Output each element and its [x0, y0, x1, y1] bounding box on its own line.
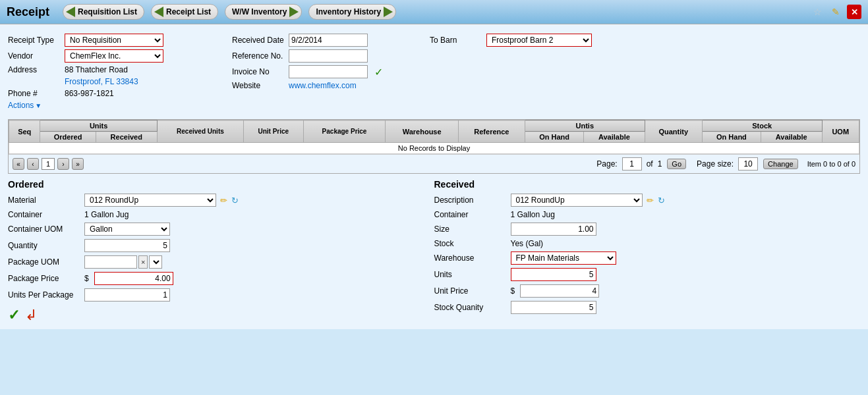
th-units-ordered: Ordered — [40, 132, 96, 143]
website-row: Website www.chemflex.com — [232, 81, 417, 90]
ordered-quantity-label: Quantity — [8, 241, 80, 250]
ww-inventory-label: W/W Inventory — [232, 7, 287, 16]
item-count: Item 0 to 0 of 0 — [807, 160, 855, 168]
ordered-units-per-package-input[interactable] — [84, 288, 170, 302]
arrow-left-icon2 — [154, 7, 163, 17]
ordered-container-value: 1 Gallon Jug — [84, 210, 129, 219]
page-label: Page: — [596, 159, 617, 169]
address-row2: Frostproof, FL 33843 — [8, 77, 219, 86]
page-prev-btn[interactable]: ‹ — [27, 158, 39, 170]
undo-icon[interactable]: ↲ — [25, 307, 37, 324]
vendor-row: Vendor ChemFlex Inc. — [8, 49, 219, 63]
table-section: Seq Units Received Units Unit Price Pack… — [8, 119, 860, 174]
th-stock-available: Available — [761, 132, 822, 143]
inventory-history-label: Inventory History — [316, 7, 381, 16]
go-btn[interactable]: Go — [667, 159, 686, 169]
package-price-dollar: $ — [84, 274, 89, 283]
package-uom-clear-btn[interactable]: × — [138, 255, 148, 269]
th-uom: UOM — [822, 120, 859, 143]
th-untis-available: Available — [584, 132, 645, 143]
received-container-label: Container — [434, 210, 507, 219]
received-stock-quantity-row: Stock Quanity — [434, 301, 848, 314]
received-size-input[interactable] — [511, 223, 596, 236]
pencil-icon-ordered[interactable]: ✏ — [220, 196, 227, 205]
th-untis-on-hand: On Hand — [525, 132, 583, 143]
receipt-list-label: Receipt List — [166, 7, 211, 16]
page-size-input[interactable] — [738, 157, 758, 171]
received-warehouse-row: Warehouse FP Main Materials — [434, 251, 848, 265]
receipt-list-btn[interactable]: Receipt List — [151, 4, 218, 20]
ordered-quantity-row: Quantity — [8, 239, 421, 252]
phone-value: 863-987-1821 — [65, 89, 114, 98]
refresh-icon-ordered[interactable]: ↻ — [231, 196, 239, 205]
page-input[interactable] — [622, 157, 642, 171]
received-panel: Received Description 012 RoundUp ✏ ↻ Con… — [434, 179, 861, 324]
th-unit-price: Unit Price — [244, 120, 304, 143]
header-bar: Receipt Requisition List Receipt List W/… — [0, 0, 868, 24]
received-unit-price-row: Unit Price $ — [434, 284, 848, 298]
to-barn-select[interactable]: Frostproof Barn 2 — [486, 34, 592, 47]
ordered-container-uom-label: Container UOM — [8, 224, 80, 234]
ordered-package-price-input[interactable] — [94, 272, 173, 285]
received-size-row: Size — [434, 223, 848, 236]
pencil-icon-received[interactable]: ✏ — [647, 196, 654, 205]
address-row: Address 88 Thatcher Road — [8, 65, 219, 74]
address-line1: 88 Thatcher Road — [65, 65, 128, 74]
actions-link[interactable]: Actions ▼ — [8, 101, 219, 110]
received-container-value: 1 Gallon Jug — [511, 210, 555, 219]
ordered-material-select[interactable]: 012 RoundUp — [84, 194, 216, 207]
th-warehouse: Warehouse — [386, 120, 458, 143]
receipt-type-label: Receipt Type — [8, 36, 61, 45]
invoice-no-label: Invoice No — [232, 67, 285, 76]
address-label: Address — [8, 65, 61, 74]
ordered-package-price-label: Package Price — [8, 274, 80, 283]
received-size-label: Size — [434, 224, 507, 234]
inventory-history-btn[interactable]: Inventory History — [308, 4, 396, 20]
th-seq: Seq — [9, 120, 40, 143]
website-value[interactable]: www.chemflex.com — [289, 81, 357, 90]
address-line2: Frostproof, FL 33843 — [65, 77, 138, 86]
vendor-select[interactable]: ChemFlex Inc. — [65, 49, 163, 63]
received-description-label: Description — [434, 196, 507, 205]
refresh-icon-received[interactable]: ↻ — [658, 196, 665, 205]
of-label: of — [647, 159, 653, 169]
received-date-input[interactable] — [289, 34, 368, 47]
star-icon[interactable]: ☆ — [810, 5, 825, 19]
received-unit-price-input[interactable] — [520, 284, 599, 298]
change-btn[interactable]: Change — [763, 159, 798, 169]
confirm-check-icon[interactable]: ✓ — [8, 307, 20, 324]
receipt-type-select[interactable]: No Requisition — [65, 34, 163, 47]
edit-icon[interactable]: ✎ — [828, 5, 843, 19]
reference-no-input[interactable] — [289, 49, 368, 63]
ordered-package-uom-row: Package UOM × — [8, 255, 421, 269]
received-units-label: Units — [434, 270, 507, 279]
received-stock-quantity-input[interactable] — [511, 301, 596, 314]
invoice-no-row: Invoice No ✓ — [232, 65, 417, 78]
received-units-input[interactable] — [511, 268, 596, 281]
th-untis-group: Untis — [525, 120, 645, 132]
to-barn-label: To Barn — [430, 36, 482, 45]
ordered-material-row: Material 012 RoundUp ✏ ↻ — [8, 194, 421, 207]
requisition-list-btn[interactable]: Requisition List — [63, 4, 144, 20]
of-value: 1 — [658, 159, 662, 169]
received-warehouse-select[interactable]: FP Main Materials — [511, 251, 616, 265]
page-current: 1 — [42, 158, 55, 170]
ww-inventory-btn[interactable]: W/W Inventory — [225, 4, 302, 20]
close-icon[interactable]: ✕ — [847, 5, 861, 19]
receipt-type-row: Receipt Type No Requisition — [8, 34, 219, 47]
package-uom-dropdown[interactable] — [149, 255, 162, 269]
th-stock-group: Stock — [702, 120, 822, 132]
ordered-package-uom-label: Package UOM — [8, 257, 80, 267]
reference-no-label: Reference No. — [232, 51, 285, 61]
page-first-btn[interactable]: « — [13, 158, 24, 170]
arrow-right-icon — [289, 7, 299, 17]
page-last-btn[interactable]: » — [72, 158, 84, 170]
received-description-select[interactable]: 012 RoundUp — [511, 194, 643, 207]
ordered-package-uom-input[interactable] — [84, 255, 137, 269]
invoice-no-input[interactable] — [289, 65, 368, 78]
ordered-container-uom-select[interactable]: Gallon — [84, 223, 170, 236]
page-next-btn[interactable]: › — [57, 158, 69, 170]
ordered-quantity-input[interactable] — [84, 239, 170, 252]
ordered-container-row: Container 1 Gallon Jug — [8, 210, 421, 219]
th-units-group: Units — [40, 120, 157, 132]
